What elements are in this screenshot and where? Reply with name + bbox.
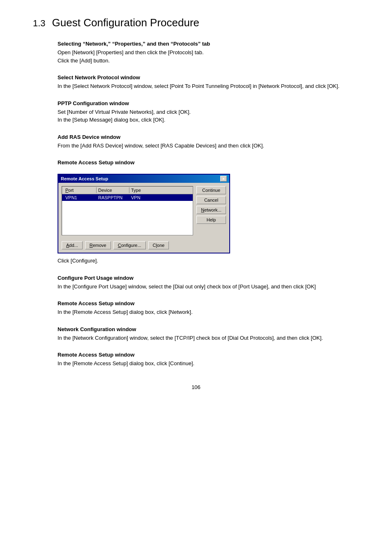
subsection-add-ras-device: Add RAS Device window From the [Add RAS … — [58, 134, 359, 150]
network-button[interactable]: Network... — [196, 206, 226, 214]
subsection-title-select-network: Selecting “Network,” “Properties,” and t… — [58, 41, 359, 47]
subsection-title-remote-access-setup-2: Remote Access Setup window — [58, 300, 359, 306]
cell-type: VPN — [129, 195, 162, 200]
subsection-body-pptp-config: Set [Number of Virtual Private Networks]… — [58, 108, 359, 124]
subsection-pptp-config: PPTP Configuration window Set [Number of… — [58, 100, 359, 124]
section-header: 1.3 Guest Configuration Procedure — [33, 16, 359, 29]
clone-button[interactable]: Clone — [148, 241, 169, 249]
subsection-title-add-ras-device: Add RAS Device window — [58, 134, 359, 140]
page-footer: 106 — [33, 384, 359, 390]
subsection-select-protocol: Select Network Protocol window In the [S… — [58, 74, 359, 90]
add-button[interactable]: Add... — [62, 241, 83, 249]
subsection-body-select-network: Open [Network] [Properties] and then cli… — [58, 48, 359, 64]
subsection-body-network-config: In the [Network Configuration] window, s… — [58, 334, 359, 342]
subsection-remote-access-setup-2: Remote Access Setup window In the [Remot… — [58, 300, 359, 316]
subsection-body-remote-access-setup-3: In the [Remote Access Setup] dialog box,… — [58, 359, 359, 368]
continue-button[interactable]: Continue — [196, 186, 226, 194]
cell-port: VPN1 — [64, 195, 97, 200]
col-header-device: Device — [97, 187, 129, 193]
subsection-remote-access-setup-3: Remote Access Setup window In the [Remot… — [58, 352, 359, 368]
subsection-remote-access-setup: Remote Access Setup window Remote Access… — [58, 159, 359, 265]
subsection-body-select-protocol: In the [Select Network Protocol] window,… — [58, 82, 359, 90]
dialog-right-buttons: Continue Cancel Network... Help — [196, 186, 226, 235]
subsection-title-remote-access-setup-3: Remote Access Setup window — [58, 352, 359, 358]
cell-device: RASPPTPN — [97, 195, 129, 200]
section-title: Guest Configuration Procedure — [52, 16, 199, 29]
subsection-title-network-config: Network Configuration window — [58, 326, 359, 332]
cancel-button[interactable]: Cancel — [196, 196, 226, 204]
subsection-body-configure-port-usage: In the [Configure Port Usage] window, se… — [58, 283, 359, 291]
subsection-title-select-protocol: Select Network Protocol window — [58, 74, 359, 81]
dialog-table-header: Port Device Type — [62, 187, 193, 194]
col-header-port: Port — [64, 187, 97, 193]
subsection-network-config: Network Configuration window In the [Net… — [58, 326, 359, 342]
dialog-title: Remote Access Setup — [61, 176, 108, 181]
dialog-body: Port Device Type VPN1 RASPPTPN VPN — [58, 183, 229, 239]
remote-access-setup-dialog: Remote Access Setup × Port Device — [58, 174, 230, 253]
dialog-table-area: Port Device Type VPN1 RASPPTPN VPN — [62, 186, 193, 235]
dialog-close-button[interactable]: × — [220, 176, 227, 182]
col-header-type: Type — [129, 187, 162, 193]
dialog-left-panel: Port Device Type VPN1 RASPPTPN VPN — [62, 186, 193, 235]
section-number: 1.3 — [33, 18, 46, 29]
subsection-title-configure-port-usage: Configure Port Usage window — [58, 275, 359, 281]
dialog-titlebar-buttons: × — [220, 176, 227, 182]
subsection-select-network: Selecting “Network,” “Properties,” and t… — [58, 41, 359, 64]
dialog-bottom-buttons: Add... Remove Configure... Clone — [58, 239, 229, 253]
subsection-body-remote-access-setup-2: In the [Remote Access Setup] dialog box,… — [58, 308, 359, 316]
page-number: 106 — [191, 384, 201, 390]
subsection-title-remote-access-setup: Remote Access Setup window — [58, 159, 359, 166]
after-dialog-text: Click [Configure]. — [58, 257, 359, 265]
configure-button[interactable]: Configure... — [113, 241, 146, 249]
remove-button[interactable]: Remove — [85, 241, 111, 249]
dialog-container: Remote Access Setup × Port Device — [58, 174, 230, 253]
subsection-configure-port-usage: Configure Port Usage window In the [Conf… — [58, 275, 359, 291]
dialog-titlebar: Remote Access Setup × — [58, 175, 229, 183]
help-button[interactable]: Help — [196, 216, 226, 224]
dialog-table-row[interactable]: VPN1 RASPPTPN VPN — [62, 194, 193, 201]
subsection-body-add-ras-device: From the [Add RAS Device] window, select… — [58, 142, 359, 150]
subsection-title-pptp-config: PPTP Configuration window — [58, 100, 359, 106]
content-area: Selecting “Network,” “Properties,” and t… — [58, 41, 359, 368]
